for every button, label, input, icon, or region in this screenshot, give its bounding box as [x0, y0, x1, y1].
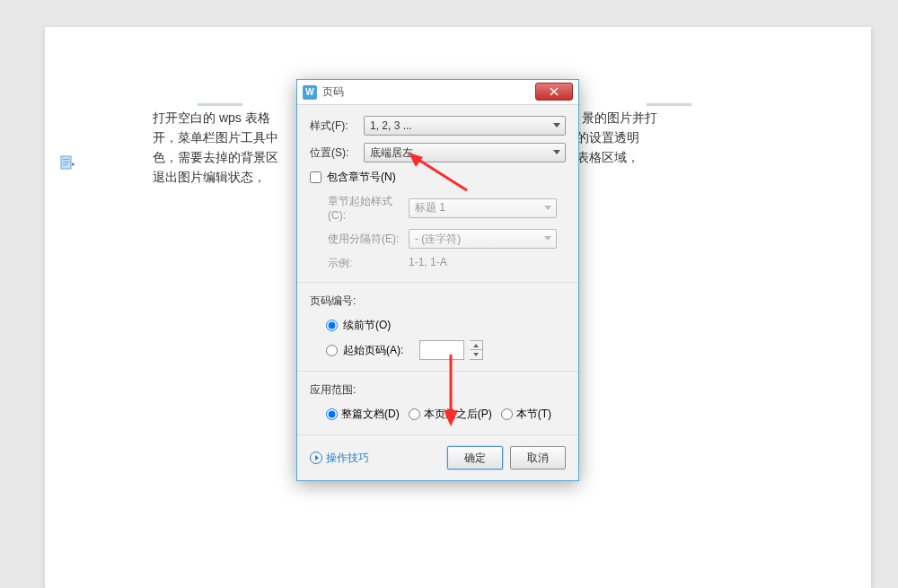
ruler-mark-right: [647, 103, 691, 106]
whole-doc-label: 整篇文档(D): [341, 407, 400, 422]
svg-marker-8: [473, 353, 479, 356]
spinner-up[interactable]: [470, 341, 482, 350]
continue-previous-label: 续前节(O): [343, 318, 391, 333]
svg-marker-7: [473, 344, 479, 347]
ruler-mark-left: [198, 103, 242, 106]
start-at-label: 起始页码(A):: [343, 343, 403, 358]
text-line-1b: 景的图片并打: [582, 110, 657, 125]
style-label: 样式(F):: [310, 118, 364, 134]
position-label: 位置(S):: [310, 145, 364, 161]
continue-previous-radio[interactable]: [326, 320, 338, 331]
this-section-radio[interactable]: [501, 408, 513, 420]
style-value: 1, 2, 3 ...: [370, 119, 412, 132]
numbering-title: 页码编号:: [310, 294, 566, 309]
text-line-1a: 打开空白的 wps 表格: [153, 110, 270, 125]
ok-button[interactable]: 确定: [447, 446, 503, 470]
separator-label: 使用分隔符(E):: [328, 232, 409, 247]
chevron-down-icon: [553, 150, 560, 154]
svg-marker-4: [72, 162, 75, 166]
start-at-spinner[interactable]: [470, 340, 483, 360]
close-button[interactable]: [535, 83, 573, 101]
style-combo[interactable]: 1, 2, 3 ...: [364, 116, 566, 136]
play-icon: [310, 452, 322, 464]
whole-doc-radio[interactable]: [326, 408, 338, 420]
dialog-title: 页码: [322, 84, 344, 100]
chevron-down-icon: [544, 206, 551, 210]
separator-combo: - (连字符): [409, 229, 557, 249]
text-line-2a: 开，菜单栏图片工具中: [153, 130, 278, 145]
chapter-start-value: 标题 1: [415, 200, 445, 215]
spinner-down[interactable]: [470, 350, 482, 359]
text-line-3a: 色，需要去掉的背景区: [153, 150, 278, 164]
chevron-down-icon: [553, 123, 560, 127]
chapter-start-label: 章节起始样式(C):: [328, 194, 409, 222]
position-value: 底端居左: [370, 145, 413, 161]
svg-rect-3: [63, 164, 67, 165]
include-chapter-label: 包含章节号(N): [327, 170, 396, 185]
this-section-label: 本节(T): [516, 407, 551, 422]
from-page-radio[interactable]: [409, 408, 420, 420]
document-marker-icon[interactable]: [58, 154, 76, 172]
example-value: 1-1, 1-A: [409, 256, 447, 271]
svg-rect-1: [63, 159, 69, 160]
chevron-down-icon: [544, 236, 551, 241]
position-combo[interactable]: 底端居左: [364, 143, 566, 162]
tips-label: 操作技巧: [326, 451, 369, 466]
start-at-input[interactable]: [419, 340, 464, 360]
svg-rect-2: [63, 162, 69, 162]
tips-link[interactable]: 操作技巧: [310, 451, 369, 466]
from-page-label: 本页及之后(P): [424, 407, 492, 422]
start-at-radio[interactable]: [326, 345, 338, 356]
include-chapter-checkbox[interactable]: [310, 171, 321, 183]
close-icon: [550, 87, 559, 96]
dialog-titlebar[interactable]: W 页码: [297, 80, 578, 105]
chapter-start-combo: 标题 1: [409, 198, 557, 218]
cancel-button[interactable]: 取消: [510, 446, 566, 470]
app-icon: W: [303, 85, 317, 100]
separator-value: - (连字符): [415, 232, 461, 247]
example-label: 示例:: [328, 256, 409, 271]
page-number-dialog: W 页码 样式(F): 1, 2, 3 ... 位置(S): 底端居左 包含章节…: [296, 79, 579, 481]
text-line-4: 退出图片编辑状态，: [153, 170, 266, 184]
scope-title: 应用范围:: [310, 382, 566, 398]
